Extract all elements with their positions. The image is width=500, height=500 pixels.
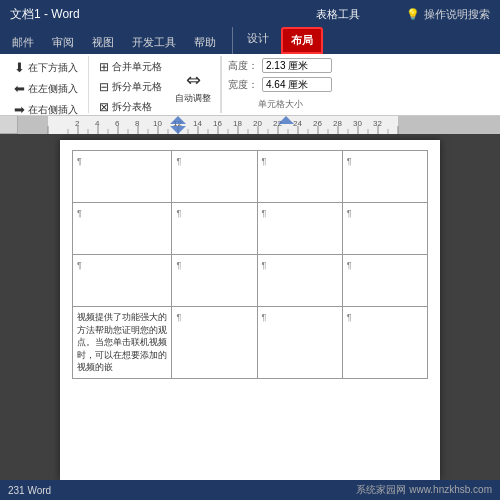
- merge-cells-label: 合并单元格: [112, 60, 162, 74]
- insert-below-icon: ⬇: [14, 60, 25, 75]
- para-mark: ¶: [347, 208, 352, 218]
- auto-fit-icon: ⇔: [186, 69, 201, 91]
- table-tools-tabs: 设计 布局: [232, 27, 325, 54]
- split-table-icon: ⊠: [99, 100, 109, 114]
- svg-text:8: 8: [135, 119, 140, 128]
- cell-r0c1[interactable]: ¶: [172, 151, 257, 203]
- group-row-col: ⬇ 在下方插入 ⬅ 在左侧插入 ➡ 在右侧插入 行和列: [4, 56, 89, 113]
- para-mark: ¶: [176, 208, 181, 218]
- group-cell-size: 高度： 宽度： 单元格大小: [221, 56, 338, 113]
- insert-right-icon: ➡: [14, 102, 25, 117]
- cell-r1c1[interactable]: ¶: [172, 203, 257, 255]
- cell-r2c2[interactable]: ¶: [257, 255, 342, 307]
- app-wrapper: 文档1 - Word 表格工具 💡 操作说明搜索 邮件 审阅 视图 开发工具 帮…: [0, 0, 500, 500]
- cell-r3c2[interactable]: ¶: [257, 307, 342, 379]
- tab-mail[interactable]: 邮件: [4, 31, 42, 54]
- para-mark: ¶: [176, 312, 181, 322]
- insert-right-label: 在右侧插入: [28, 103, 78, 117]
- ribbon-toolbar: ⬇ 在下方插入 ⬅ 在左侧插入 ➡ 在右侧插入 行和列: [0, 54, 500, 116]
- split-table-button[interactable]: ⊠ 拆分表格: [95, 98, 166, 116]
- para-mark: ¶: [262, 260, 267, 270]
- lightbulb-icon: 💡: [406, 8, 420, 21]
- title-bar: 文档1 - Word 表格工具 💡 操作说明搜索: [0, 0, 500, 28]
- watermark: 系统家园网 www.hnzkhsb.com: [356, 483, 492, 497]
- document-page[interactable]: ¶ ¶ ¶ ¶ ¶ ¶ ¶ ¶ ¶ ¶ ¶ ¶: [60, 140, 440, 480]
- tab-review[interactable]: 审阅: [44, 31, 82, 54]
- svg-text:14: 14: [193, 119, 202, 128]
- cell-r1c0[interactable]: ¶: [73, 203, 172, 255]
- table-row: ¶ ¶ ¶ ¶: [73, 151, 428, 203]
- insert-left-button[interactable]: ⬅ 在左侧插入: [10, 79, 82, 98]
- cell-r2c3[interactable]: ¶: [342, 255, 427, 307]
- merge-content: ⊞ 合并单元格 ⊟ 拆分单元格 ⊠ 拆分表格 ⇔ 自动调整: [95, 58, 214, 116]
- split-cells-icon: ⊟: [99, 80, 109, 94]
- merge-buttons-col1: ⊞ 合并单元格 ⊟ 拆分单元格 ⊠ 拆分表格: [95, 58, 166, 116]
- para-mark: ¶: [77, 208, 82, 218]
- document-table[interactable]: ¶ ¶ ¶ ¶ ¶ ¶ ¶ ¶ ¶ ¶ ¶ ¶: [72, 150, 428, 379]
- insert-below-button[interactable]: ⬇ 在下方插入: [10, 58, 82, 77]
- tab-row-wrapper: 邮件 审阅 视图 开发工具 帮助 设计 布局: [0, 28, 500, 54]
- tab-view[interactable]: 视图: [84, 31, 122, 54]
- height-row: 高度：: [228, 58, 332, 73]
- cell-r0c3[interactable]: ¶: [342, 151, 427, 203]
- cell-r2c0[interactable]: ¶: [73, 255, 172, 307]
- para-mark: ¶: [176, 156, 181, 166]
- svg-rect-0: [18, 116, 48, 134]
- ribbon-tabs: 邮件 审阅 视图 开发工具 帮助 设计 布局: [0, 28, 500, 54]
- para-mark: ¶: [347, 260, 352, 270]
- split-cells-button[interactable]: ⊟ 拆分单元格: [95, 78, 166, 96]
- tab-layout[interactable]: 布局: [281, 27, 323, 54]
- tab-design[interactable]: 设计: [239, 27, 277, 54]
- split-cells-label: 拆分单元格: [112, 80, 162, 94]
- merge-cells-icon: ⊞: [99, 60, 109, 74]
- width-input[interactable]: [262, 77, 332, 92]
- insert-left-label: 在左侧插入: [28, 82, 78, 96]
- cell-r0c2[interactable]: ¶: [257, 151, 342, 203]
- insert-below-label: 在下方插入: [28, 61, 78, 75]
- para-mark: ¶: [347, 156, 352, 166]
- svg-text:26: 26: [313, 119, 322, 128]
- auto-fit-button[interactable]: ⇔ 自动调整: [172, 67, 214, 107]
- table-row: ¶ ¶ ¶ ¶: [73, 255, 428, 307]
- para-mark: ¶: [262, 312, 267, 322]
- merge-cells-button[interactable]: ⊞ 合并单元格: [95, 58, 166, 76]
- group-cell-size-label: 单元格大小: [258, 97, 303, 111]
- svg-text:30: 30: [353, 119, 362, 128]
- width-row: 宽度：: [228, 77, 332, 92]
- group-merge: ⊞ 合并单元格 ⊟ 拆分单元格 ⊠ 拆分表格 ⇔ 自动调整: [89, 56, 221, 113]
- tab-developer[interactable]: 开发工具: [124, 31, 184, 54]
- word-count: 231 Word: [8, 485, 51, 496]
- cell-r3c0[interactable]: 视频提供了功能强大的方法帮助您证明您的观点。当您单击联机视频时，可以在想要添加的…: [73, 307, 172, 379]
- para-mark: ¶: [262, 156, 267, 166]
- svg-text:2: 2: [75, 119, 80, 128]
- table-row: 视频提供了功能强大的方法帮助您证明您的观点。当您单击联机视频时，可以在想要添加的…: [73, 307, 428, 379]
- cell-r2c1[interactable]: ¶: [172, 255, 257, 307]
- search-area: 💡 操作说明搜索: [406, 7, 490, 22]
- svg-text:4: 4: [95, 119, 100, 128]
- svg-rect-2: [48, 116, 398, 134]
- split-table-label: 拆分表格: [112, 100, 152, 114]
- row-col-buttons: ⬇ 在下方插入 ⬅ 在左侧插入 ➡ 在右侧插入: [10, 58, 82, 119]
- ruler-corner: [0, 116, 18, 134]
- cell-r3c3[interactable]: ¶: [342, 307, 427, 379]
- insert-left-icon: ⬅: [14, 81, 25, 96]
- svg-text:32: 32: [373, 119, 382, 128]
- cell-r1c3[interactable]: ¶: [342, 203, 427, 255]
- cell-r1c2[interactable]: ¶: [257, 203, 342, 255]
- para-mark: ¶: [262, 208, 267, 218]
- cell-r3c1[interactable]: ¶: [172, 307, 257, 379]
- table-row: ¶ ¶ ¶ ¶: [73, 203, 428, 255]
- svg-text:24: 24: [293, 119, 302, 128]
- table-tools-label: 表格工具: [310, 6, 366, 23]
- insert-buttons: ⬇ 在下方插入 ⬅ 在左侧插入 ➡ 在右侧插入: [10, 58, 82, 119]
- para-mark: ¶: [347, 312, 352, 322]
- tab-help[interactable]: 帮助: [186, 31, 224, 54]
- svg-text:16: 16: [213, 119, 222, 128]
- svg-text:20: 20: [253, 119, 262, 128]
- horizontal-ruler: 2 4 6 8 10 12 14 16 18 20 22 24 26 28 30…: [18, 116, 500, 134]
- svg-text:28: 28: [333, 119, 342, 128]
- height-input[interactable]: [262, 58, 332, 73]
- cell-r0c0[interactable]: ¶: [73, 151, 172, 203]
- para-mark: ¶: [77, 156, 82, 166]
- svg-text:10: 10: [153, 119, 162, 128]
